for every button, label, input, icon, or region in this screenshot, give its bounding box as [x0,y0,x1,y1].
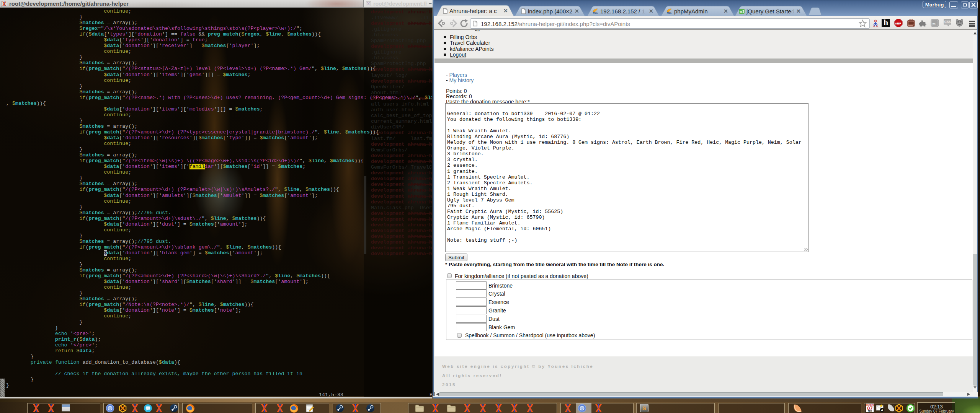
svg-text:as: as [933,22,936,25]
svg-text:CSS: CSS [944,20,951,24]
svg-text:PMA: PMA [593,12,598,14]
svg-text:4: 4 [881,408,883,412]
svg-text:PMA: PMA [667,12,671,14]
svg-text:ABP: ABP [895,22,901,25]
svg-text:w3: w3 [739,10,744,13]
